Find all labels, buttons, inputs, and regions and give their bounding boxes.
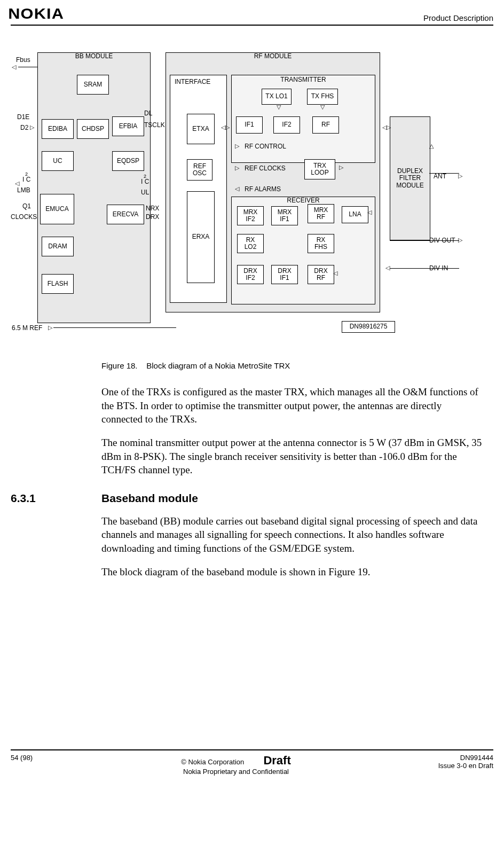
rf-alarms-label: RF ALARMS: [245, 186, 281, 193]
section-heading: 6.3.1 Baseband module: [11, 492, 493, 505]
mrxrf-block: MRX RF: [308, 204, 334, 223]
fbus-label: Fbus: [16, 57, 30, 64]
figure-title: Block diagram of a Nokia MetroSite TRX: [146, 361, 290, 370]
mrxif2-block: MRX IF2: [237, 206, 264, 225]
section-p1: The baseband (BB) module carries out bas…: [101, 514, 483, 555]
footer-confidential: Nokia Proprietary and Confidential: [183, 768, 289, 776]
tsclk-label: TSCLK: [144, 122, 165, 129]
i2c-r-label: I C: [141, 178, 149, 185]
drx-label: DRX: [146, 214, 159, 221]
rxfhs-block: RX FHS: [308, 234, 334, 253]
d2-label: D2: [20, 124, 28, 131]
receiver-title: RECEIVER: [232, 197, 375, 204]
diagram-docnum: DN98916275: [342, 321, 395, 333]
q1-label: Q1: [22, 203, 31, 210]
rf-control-label: RF CONTROL: [245, 143, 286, 150]
txlo1-block: TX LO1: [262, 89, 292, 105]
bb-module-title: BB MODULE: [38, 53, 150, 60]
dl-label: DL: [144, 110, 152, 117]
footer-draft: Draft: [263, 754, 290, 767]
i2c-top-sup: 2: [25, 172, 28, 177]
nokia-logo: NOKIA: [8, 5, 64, 22]
paragraph-1: One of the TRXs is configured as the mas…: [101, 385, 483, 426]
efbia-block: EFBIA: [112, 116, 144, 136]
duplex-filter-module: DUPLEX FILTER MODULE: [390, 116, 430, 240]
block-diagram: BB MODULE RF MODULE Fbus ◁ D1E D2 ▷ I C …: [11, 47, 491, 346]
erxa-block: ERXA: [187, 191, 215, 283]
ul-label: UL: [141, 189, 149, 196]
ediba-block: EDIBA: [42, 119, 74, 139]
section-number: 6.3.1: [11, 492, 101, 505]
ref-clocks-label: REF CLOCKS: [245, 165, 286, 172]
section-p2: The block diagram of the baseband module…: [101, 565, 483, 579]
if2-block: IF2: [273, 116, 300, 134]
emuca-block: EMUCA: [40, 194, 74, 224]
lmb-label: LMB: [17, 187, 30, 194]
interface-title: INTERFACE: [175, 79, 210, 85]
clocks-label: CLOCKS: [11, 214, 37, 221]
transmitter-title: TRANSMITTER: [232, 76, 375, 83]
page-header: NOKIA Product Description: [11, 5, 493, 26]
trxloop-block: TRX LOOP: [304, 159, 335, 179]
ant-label: ANT: [434, 173, 446, 180]
dram-block: DRAM: [42, 237, 74, 256]
uc-block: UC: [42, 151, 74, 171]
rxlo2-block: RX LO2: [237, 234, 264, 253]
footer-docnum: DN991444: [460, 754, 493, 762]
figure-label: Figure 18.: [101, 361, 138, 370]
footer-copyright: © Nokia Corporation: [181, 758, 244, 766]
rf-block: RF: [312, 116, 339, 134]
eqdsp-block: EQDSP: [112, 151, 144, 171]
chdsp-block: CHDSP: [77, 119, 109, 139]
if1-block: IF1: [236, 116, 263, 134]
refosc-block: REF OSC: [187, 159, 212, 181]
d1e-label: D1E: [17, 114, 29, 121]
drxif2-block: DRX IF2: [237, 265, 264, 284]
txfhs-block: TX FHS: [307, 89, 338, 105]
ref65-label: 6.5 M REF: [12, 325, 42, 332]
page-footer: 54 (98) © Nokia Corporation Draft Nokia …: [11, 749, 493, 776]
drxrf-block: DRX RF: [308, 265, 334, 284]
sram-block: SRAM: [77, 75, 109, 95]
rf-module-title: RF MODULE: [166, 53, 380, 60]
mrxif1-block: MRX IF1: [271, 206, 298, 225]
etxa-block: ETXA: [187, 114, 215, 144]
drxif1-block: DRX IF1: [271, 265, 298, 284]
paragraph-2: The nominal transmitter output power at …: [101, 436, 483, 477]
nrx-label: NRX: [146, 205, 159, 212]
lna-block: LNA: [342, 206, 368, 223]
i2c-r-sup: 2: [144, 174, 146, 179]
section-title: Baseband module: [101, 492, 198, 505]
header-doc-title: Product Description: [423, 13, 493, 22]
erecva-block: ERECVA: [107, 205, 144, 224]
figure-caption: Figure 18. Block diagram of a Nokia Metr…: [101, 361, 493, 370]
footer-issue: Issue 3-0 en Draft: [438, 762, 493, 770]
i2c-top-label: I C: [22, 176, 30, 183]
flash-block: FLASH: [42, 274, 74, 294]
footer-page-num: 54 (98): [11, 754, 85, 762]
